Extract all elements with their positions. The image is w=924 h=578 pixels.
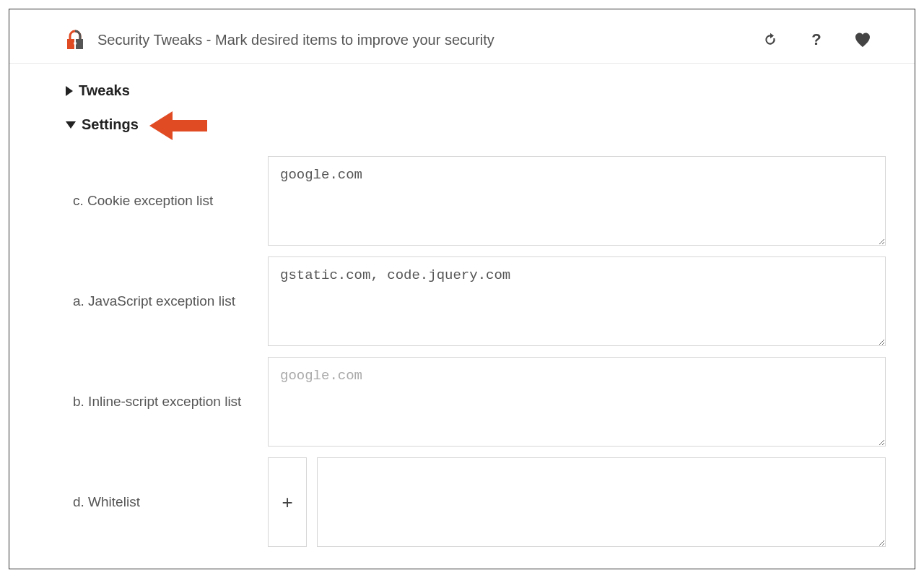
- field-label: a. JavaScript exception list: [73, 293, 268, 309]
- settings-body: c. Cookie exception list a. JavaScript e…: [73, 156, 886, 547]
- chevron-right-icon: [66, 86, 73, 96]
- field-javascript-exception: a. JavaScript exception list: [73, 256, 886, 346]
- field-label: c. Cookie exception list: [73, 193, 268, 209]
- settings-panel: Security Tweaks - Mark desired items to …: [9, 9, 915, 569]
- section-label: Settings: [82, 116, 139, 133]
- header-actions: ?: [762, 31, 871, 48]
- svg-rect-0: [67, 39, 74, 49]
- page-title: Security Tweaks - Mark desired items to …: [97, 32, 762, 48]
- section-label: Tweaks: [79, 82, 130, 99]
- inline-script-exception-input[interactable]: [268, 357, 886, 447]
- svg-rect-3: [74, 44, 76, 47]
- cookie-exception-input[interactable]: [268, 156, 886, 246]
- javascript-exception-input[interactable]: [268, 256, 886, 346]
- lock-icon: [66, 30, 84, 50]
- chevron-down-icon: [66, 121, 76, 129]
- whitelist-input[interactable]: [317, 457, 886, 547]
- field-label: d. Whitelist: [73, 494, 268, 510]
- field-label: b. Inline-script exception list: [73, 394, 268, 410]
- help-button[interactable]: ?: [808, 31, 825, 48]
- section-toggle-tweaks[interactable]: Tweaks: [66, 74, 886, 108]
- question-icon: ?: [811, 30, 821, 49]
- add-whitelist-button[interactable]: +: [268, 457, 307, 547]
- field-inline-script-exception: b. Inline-script exception list: [73, 357, 886, 447]
- whitelist-group: +: [268, 457, 886, 547]
- svg-rect-1: [76, 39, 83, 49]
- callout-arrow-icon: [148, 110, 207, 145]
- field-whitelist: d. Whitelist +: [73, 457, 886, 547]
- section-toggle-settings[interactable]: Settings: [66, 108, 886, 142]
- refresh-button[interactable]: [762, 31, 779, 48]
- panel-header: Security Tweaks - Mark desired items to …: [9, 30, 915, 64]
- refresh-icon: [763, 33, 777, 47]
- heart-icon: [854, 32, 871, 48]
- favorite-button[interactable]: [854, 31, 871, 48]
- field-cookie-exception: c. Cookie exception list: [73, 156, 886, 246]
- plus-icon: +: [282, 491, 292, 514]
